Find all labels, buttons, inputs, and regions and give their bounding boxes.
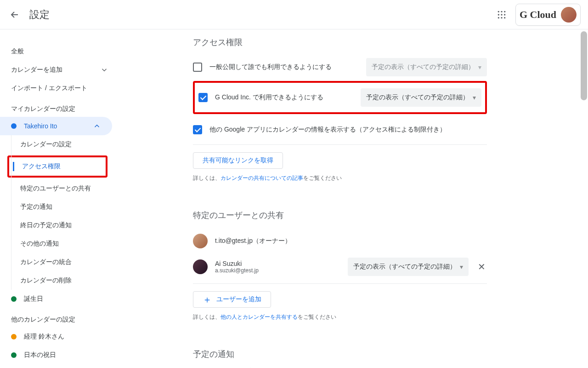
nav-add-calendar[interactable]: カレンダーを追加 [0, 61, 119, 79]
sidebar-sub-calendar-settings[interactable]: カレンダーの設定 [0, 135, 112, 154]
section-share-heading: 特定のユーザーとの共有 [193, 204, 487, 221]
section-event-notify: 予定の通知 このカレンダー上の予定に関する通知が届きます。 これらの通知をオプト… [193, 343, 487, 368]
section-share-specific: 特定のユーザーとの共有 t.ito@gtest.jp（オーナー） Ai Suzu… [193, 204, 487, 321]
select-org-visibility[interactable]: 予定の表示（すべての予定の詳細） ▾ [361, 88, 481, 107]
share-user-2: Ai Suzuki a.suzuki@gtest.jp 予定の表示（すべての予定… [193, 254, 487, 280]
svg-point-4 [501, 14, 502, 15]
row-public-label: 一般公開して誰でも利用できるようにする [209, 63, 359, 71]
svg-point-7 [501, 17, 502, 18]
divider [193, 144, 487, 145]
sidebar-sub-event-notify[interactable]: 予定の通知 [0, 198, 112, 216]
account-chip[interactable]: G Cloud [515, 4, 581, 26]
highlight-annotation-org: G Cloud Inc. で利用できるようにする 予定の表示（すべての予定の詳細… [193, 81, 487, 114]
row-public: 一般公開して誰でも利用できるようにする 予定の表示（すべての予定の詳細） ▾ [193, 55, 487, 79]
content: アクセス権限 一般公開して誰でも利用できるようにする 予定の表示（すべての予定の… [119, 29, 588, 368]
nav-import-export[interactable]: インポート / エクスポート [0, 79, 119, 98]
chevron-down-icon [100, 66, 108, 74]
owner-email: t.ito@gtest.jp（オーナー） [215, 237, 487, 245]
svg-point-3 [498, 14, 499, 15]
svg-point-1 [501, 11, 502, 12]
avatar [193, 259, 208, 274]
access-help-text: 詳しくは、カレンダーの共有についての記事をご覧ください [193, 174, 487, 182]
nav-general[interactable]: 全般 [0, 42, 119, 61]
sidebar-sub-share-specific[interactable]: 特定のユーザーとの共有 [0, 179, 112, 198]
share-help-link[interactable]: 他の人とカレンダーを共有する [220, 314, 298, 320]
remove-user-button[interactable]: ✕ [476, 261, 487, 272]
calendar-color-dot [11, 296, 17, 302]
checkbox-other-apps[interactable] [193, 125, 202, 134]
svg-point-2 [504, 11, 505, 12]
sidebar-sub-other-notify[interactable]: その他の通知 [0, 235, 112, 253]
apps-launcher-button[interactable] [491, 4, 513, 26]
my-calendars-heading: マイカレンダーの設定 [0, 98, 119, 117]
sidebar-calendar-other-1[interactable]: 経理 鈴木さん [0, 328, 112, 346]
sidebar-calendar-other-2[interactable]: 日本の祝日 [0, 346, 112, 364]
section-access: アクセス権限 一般公開して誰でも利用できるようにする 予定の表示（すべての予定の… [193, 31, 487, 182]
sidebar-calendar-birthday[interactable]: 誕生日 [0, 290, 112, 308]
calendar-color-dot [11, 352, 17, 358]
scrollbar-thumb[interactable] [581, 31, 587, 100]
share-user-email: a.suzuki@gtest.jp [215, 267, 340, 274]
highlight-annotation-sidebar: アクセス権限 [7, 155, 107, 178]
header: 設定 G Cloud [0, 0, 588, 29]
share-user-name: Ai Suzuki [215, 260, 340, 267]
share-help-text: 詳しくは、他の人とカレンダーを共有するをご覧ください [193, 313, 487, 321]
section-access-heading: アクセス権限 [193, 31, 487, 48]
page-title: 設定 [29, 8, 50, 22]
chevron-up-icon [93, 122, 101, 130]
svg-point-6 [498, 17, 499, 18]
row-org-label: G Cloud Inc. で利用できるようにする [215, 93, 353, 102]
select-public-visibility: 予定の表示（すべての予定の詳細） ▾ [366, 58, 487, 76]
svg-point-5 [504, 14, 505, 15]
sidebar-calendar-primary[interactable]: Takehiro Ito [0, 117, 112, 135]
add-user-button[interactable]: ＋ ユーザーを追加 [193, 291, 271, 308]
sidebar-sub-delete[interactable]: カレンダーの削除 [0, 271, 112, 290]
svg-point-0 [498, 11, 499, 12]
sidebar-sub-access[interactable]: アクセス権限 [9, 157, 106, 176]
divider [193, 283, 487, 284]
select-share-user2-permission[interactable]: 予定の表示（すべての予定の詳細） ▾ [348, 258, 469, 276]
calendar-color-dot [11, 334, 17, 339]
calendar-color-dot [11, 123, 17, 129]
checkbox-public[interactable] [193, 63, 202, 72]
dropdown-icon: ▾ [473, 94, 476, 101]
sidebar-sub-integrate[interactable]: カレンダーの統合 [0, 253, 112, 271]
checkbox-org[interactable] [198, 93, 208, 102]
dropdown-icon: ▾ [460, 263, 463, 270]
sidebar-sublist: カレンダーの設定 アクセス権限 特定のユーザーとの共有 予定の通知 終日の予定の… [0, 135, 119, 290]
account-label: G Cloud [520, 9, 556, 21]
dropdown-icon: ▾ [478, 63, 481, 71]
access-help-link[interactable]: カレンダーの共有についての記事 [220, 175, 303, 181]
share-user-owner: t.ito@gtest.jp（オーナー） [193, 228, 487, 254]
row-other-apps: 他の Google アプリにカレンダーの情報を表示する（アクセス権による制限付き… [193, 119, 487, 141]
svg-point-8 [504, 17, 505, 18]
avatar [561, 7, 577, 23]
row-org: G Cloud Inc. で利用できるようにする 予定の表示（すべての予定の詳細… [198, 86, 481, 109]
section-notify-heading: 予定の通知 [193, 343, 487, 360]
row-other-apps-label: 他の Google アプリにカレンダーの情報を表示する（アクセス権による制限付き… [209, 126, 487, 134]
scrollbar[interactable] [581, 31, 587, 366]
get-shareable-link-button[interactable]: 共有可能なリンクを取得 [193, 152, 283, 169]
other-calendars-heading: 他のカレンダーの設定 [0, 308, 119, 328]
back-button[interactable] [4, 4, 26, 26]
sidebar: 全般 カレンダーを追加 インポート / エクスポート マイカレンダーの設定 Ta… [0, 29, 119, 368]
sidebar-sub-allday-notify[interactable]: 終日の予定の通知 [0, 216, 112, 235]
avatar [193, 234, 208, 248]
